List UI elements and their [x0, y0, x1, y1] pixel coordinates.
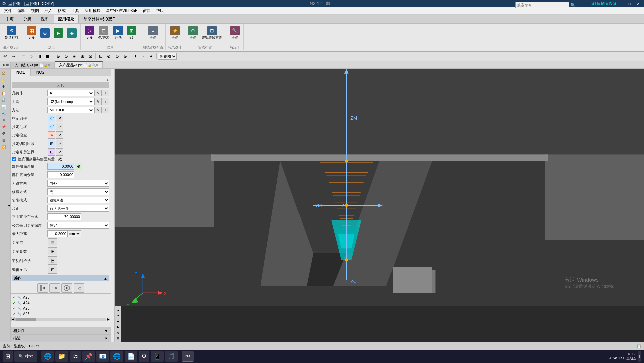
menu-window[interactable]: 窗口 — [140, 7, 153, 14]
op-post-btn[interactable]: 5⊡ — [74, 283, 84, 293]
vert-icon-tools[interactable]: 🔩 — [1, 110, 7, 116]
file-tab-2[interactable]: 入产品品-3.prt 📄🔒🔍✕ — [55, 61, 103, 68]
tb-redo[interactable]: ↪ — [9, 53, 17, 60]
op-section-header[interactable]: 操作 ▲ — [12, 275, 109, 281]
file-tab-1[interactable]: 入门练习-3.prt 📄🔒✕ — [10, 62, 55, 68]
nav-item-a24[interactable]: ✓ 🔧 A24 — [11, 300, 110, 306]
nav-scroll-left[interactable]: ◀ — [11, 317, 15, 321]
tb-sel[interactable]: ◻ — [20, 53, 27, 60]
cut-depth-select[interactable]: 恒定 — [47, 222, 109, 229]
menu-apps[interactable]: 应用模块 — [82, 7, 103, 14]
search-icon[interactable]: 🔍 — [569, 3, 577, 7]
tool-info-btn[interactable]: i — [102, 98, 109, 105]
related-header[interactable]: 相关性 ▼ — [11, 327, 111, 334]
maximize-button[interactable]: □ — [625, 1, 633, 7]
op-sim-btn[interactable] — [61, 283, 72, 293]
op-gen-btn[interactable] — [37, 283, 48, 293]
taskbar-files[interactable]: 📁 — [55, 351, 68, 362]
stepover-select[interactable]: % 刀具平直 — [47, 205, 109, 212]
taskbar-media[interactable]: 🎵 — [165, 351, 178, 362]
spec-blank-btn1[interactable]: 💎 — [48, 123, 55, 130]
op-tab-no2[interactable]: NO2 — [31, 69, 50, 76]
trim-mode-select[interactable]: 无 — [47, 188, 109, 195]
search-input[interactable] — [515, 2, 569, 8]
desc-header[interactable]: 描述 ▼ — [11, 335, 111, 342]
ribbon-btn-create-op[interactable]: ▦ 更多 — [25, 25, 38, 41]
cut-mode-select[interactable]: 跟随周边 — [47, 197, 109, 203]
spec-blank-btn2[interactable]: ↗ — [56, 123, 63, 130]
close-button[interactable]: ✕ — [634, 1, 642, 7]
tb-measure[interactable]: ⊡ — [97, 53, 104, 60]
view-select[interactable]: 俯视图 — [158, 53, 177, 60]
tb-stop[interactable]: ⏹ — [44, 53, 51, 60]
path-dir-select[interactable]: 向外 — [47, 180, 109, 187]
vert-icon-grid[interactable]: ⊞ — [1, 137, 7, 143]
ribbon-btn-geom[interactable]: ⊕ — [39, 27, 51, 39]
method-edit-btn[interactable]: ✎ — [94, 107, 102, 113]
tb-pause[interactable]: ⏸ — [36, 53, 43, 60]
right-btn-1[interactable]: ▲ — [116, 308, 121, 312]
tb-play[interactable]: ▷ — [28, 53, 35, 60]
vert-icon-geometry[interactable]: 📐 — [1, 77, 7, 83]
menu-format[interactable]: 格式 — [55, 7, 68, 14]
tb-shade[interactable]: ⊛ — [121, 53, 129, 60]
op-5ax-btn[interactable]: 5⊕ — [49, 283, 60, 293]
vert-icon-add[interactable]: ⊕ — [1, 117, 7, 123]
vert-icon-time[interactable]: ⏱ — [1, 130, 7, 136]
tb-snap[interactable]: ✦ — [132, 53, 139, 60]
taskbar-apps[interactable]: 🗂 — [70, 351, 81, 362]
flat-dia-input[interactable] — [47, 213, 81, 220]
ribbon-btn-des[interactable]: ⊞ 设计 — [125, 25, 138, 41]
right-btn-4[interactable]: ▶ — [116, 325, 121, 329]
ribbon-btn-sim2[interactable]: ▷ 更多 — [83, 25, 96, 41]
tb-zoom-in[interactable]: ⊕ — [54, 53, 62, 60]
menu-file[interactable]: 文件 — [1, 7, 15, 14]
ribbon-btn-electrical[interactable]: ⚡ 更多 — [169, 25, 181, 41]
ribbon-tab-analysis[interactable]: 分析 — [19, 15, 36, 23]
tool-select[interactable]: D2 (No Descript — [47, 98, 94, 105]
right-btn-5[interactable]: ⊕ — [116, 330, 121, 335]
taskbar-pin1[interactable]: 📌 — [82, 351, 95, 362]
spec-part-btn2[interactable]: ↗ — [56, 115, 63, 122]
tb-rotate[interactable]: ⊠ — [87, 53, 94, 60]
menu-edit[interactable]: 编辑 — [15, 7, 28, 14]
edit-display-btn[interactable]: ⊡ — [48, 266, 57, 274]
right-btn-3[interactable]: ◀ — [116, 319, 121, 324]
vert-icon-machine[interactable]: ⚙ — [1, 83, 7, 89]
taskbar-search[interactable]: 🔍 搜索 — [14, 351, 37, 362]
side-margin-input[interactable] — [47, 163, 74, 170]
ribbon-btn-manufacture[interactable]: ⚙ 制造材料 — [3, 25, 20, 41]
vert-icon-ops[interactable]: 📋 — [1, 90, 7, 96]
ribbon-btn-routing2[interactable]: ⊞ 逻辑管线布管 — [200, 25, 224, 41]
vert-icon-sim[interactable]: 🔬 — [1, 97, 7, 103]
taskbar-doc[interactable]: 📄 — [125, 351, 137, 362]
spec-check-btn1[interactable]: 🔺 — [48, 131, 55, 139]
spec-cut-btn1[interactable]: ⊞ — [48, 140, 55, 147]
menu-insert[interactable]: 插入 — [42, 7, 55, 14]
method-select[interactable]: METHOD — [47, 107, 94, 113]
noncutting-btn[interactable]: ⊟ — [48, 256, 57, 265]
bottom-margin-input[interactable] — [47, 171, 74, 178]
taskbar-start[interactable]: ⊞ — [3, 351, 13, 362]
tb-circle[interactable]: ● — [148, 53, 155, 60]
ribbon-btn-sim[interactable]: ▶ — [52, 27, 65, 39]
max-dist-unit[interactable]: mm — [67, 230, 81, 237]
max-dist-input[interactable] — [47, 230, 67, 237]
minimize-button[interactable]: ─ — [616, 1, 625, 7]
cut-params-btn[interactable]: ⊞ — [48, 247, 57, 255]
vert-icon-analysis[interactable]: 📊 — [1, 104, 7, 110]
ribbon-btn-specific[interactable]: 🔧 更多 — [229, 25, 241, 41]
cut-layer-btn[interactable]: ≡ — [48, 238, 57, 246]
ribbon-btn-routing[interactable]: ⊕ 更多 — [187, 25, 199, 41]
op-tab-no1[interactable]: NO1 — [11, 69, 31, 76]
checkbox-consistent[interactable] — [12, 157, 16, 161]
geom-edit-btn[interactable]: ✎ — [94, 90, 102, 96]
menu-help[interactable]: 帮助 — [153, 7, 167, 14]
side-margin-icon-btn[interactable]: ⊕ — [75, 163, 82, 170]
tb-section[interactable]: ⊗ — [105, 53, 112, 60]
spec-check-btn2[interactable]: ↗ — [56, 131, 63, 139]
tb-view-orient[interactable]: ⊘ — [113, 53, 121, 60]
ribbon-btn-run[interactable]: ▶ 运动 — [112, 25, 125, 41]
spec-trim-btn1[interactable]: ⊡ — [48, 148, 55, 156]
ribbon-btn-design[interactable]: ◈ — [65, 27, 78, 39]
